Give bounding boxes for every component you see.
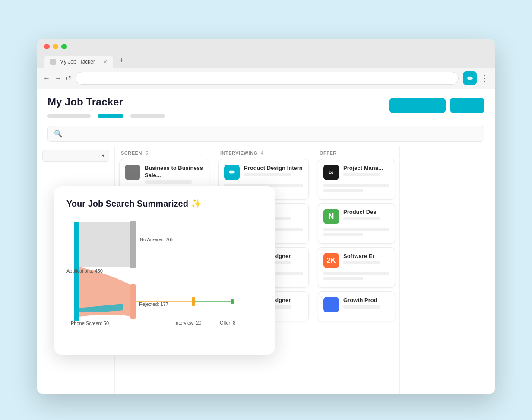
svg-rect-2 [130, 221, 136, 268]
browser-window: My Job Tracker × + ← → ↺ ✏ ⋮ My Job Trac… [37, 39, 495, 394]
browser-tab-bar: My Job Tracker × + [44, 54, 488, 68]
card-skeleton [323, 184, 390, 187]
svg-text:No Answer: 265: No Answer: 265 [140, 237, 174, 242]
job-title: Software Er [343, 253, 390, 260]
job-card[interactable]: N Product Des [318, 203, 395, 244]
active-browser-tab[interactable]: My Job Tracker × [44, 56, 113, 68]
job-title: Business to Business Sale... [145, 165, 204, 179]
job-title: Product Design Intern [244, 165, 303, 172]
card-skeleton [323, 277, 363, 280]
svg-rect-4 [192, 297, 195, 306]
sankey-title: Your Job Search Summarized ✨ [66, 198, 263, 209]
card-skeleton [323, 272, 390, 275]
tab-2-active[interactable] [98, 114, 124, 118]
app-header: My Job Tracker [37, 89, 495, 121]
company-logo [125, 165, 140, 180]
sankey-chart: Applications: 450 No Answer: 265 Rejecte… [66, 217, 263, 334]
tab-3[interactable] [130, 114, 165, 118]
secondary-action-button[interactable] [450, 98, 484, 113]
card-skeleton [343, 305, 380, 309]
svg-rect-5 [231, 299, 234, 304]
svg-text:Offer: 8: Offer: 8 [220, 320, 235, 325]
sankey-overlay-card: Your Job Search Summarized ✨ [54, 186, 275, 355]
tab-1[interactable] [48, 114, 91, 118]
minimize-traffic-light[interactable] [53, 44, 58, 49]
svg-text:Applications: 450: Applications: 450 [66, 268, 103, 274]
job-card[interactable]: Growth Prod [318, 291, 395, 321]
header-buttons [390, 98, 484, 113]
svg-rect-3 [130, 284, 136, 319]
browser-traffic-lights [44, 44, 488, 49]
job-title: Product Des [343, 209, 390, 216]
search-bar[interactable]: 🔍 [48, 126, 484, 142]
card-skeleton [323, 189, 363, 192]
company-logo [323, 297, 339, 312]
card-skeleton [343, 217, 380, 220]
col-header-screen: SCREEN 5 [115, 146, 214, 159]
back-button[interactable]: ← [43, 74, 50, 82]
tab-favicon [50, 59, 56, 65]
svg-text:Phone Screen: 50: Phone Screen: 50 [71, 321, 109, 326]
card-skeleton [145, 180, 192, 184]
refresh-button[interactable]: ↺ [66, 74, 71, 83]
close-traffic-light[interactable] [44, 44, 50, 49]
company-logo: ∞ [323, 165, 339, 180]
extension-icon[interactable]: ✏ [463, 71, 477, 85]
card-skeleton [323, 233, 363, 236]
company-logo: N [323, 209, 339, 224]
close-tab-icon[interactable]: × [104, 58, 107, 65]
chevron-down-icon: ▾ [102, 153, 104, 159]
col-header-offer: OFFER [314, 146, 399, 159]
job-card[interactable]: 2K Software Er [318, 247, 395, 288]
svg-text:Interview: 20: Interview: 20 [174, 320, 201, 325]
browser-menu-icon[interactable]: ⋮ [481, 73, 489, 83]
company-logo: 2K [323, 253, 339, 268]
sankey-svg: Applications: 450 No Answer: 265 Rejecte… [66, 217, 265, 330]
job-card[interactable]: ∞ Project Mana... [318, 159, 395, 200]
kanban-col-offer: OFFER ∞ Project Mana... [314, 146, 400, 394]
col-header-interviewing: INTERVIEWING 4 [214, 146, 313, 159]
filter-dropdown[interactable]: ▾ [42, 150, 109, 162]
primary-action-button[interactable] [390, 98, 446, 113]
address-bar[interactable] [76, 72, 459, 85]
tab-title: My Job Tracker [60, 59, 100, 65]
card-skeleton [343, 173, 380, 176]
offer-cards: ∞ Project Mana... [314, 159, 399, 394]
company-logo: ✏ [224, 165, 240, 180]
card-skeleton [244, 173, 291, 176]
new-tab-button[interactable]: + [115, 54, 128, 68]
forward-button[interactable]: → [54, 74, 61, 82]
app-tab-bar [48, 114, 484, 121]
sparkle-icon: ✨ [191, 199, 202, 208]
job-title: Project Mana... [343, 165, 390, 172]
card-skeleton [323, 228, 390, 231]
maximize-traffic-light[interactable] [61, 44, 67, 49]
svg-text:Rejected: 177: Rejected: 177 [139, 302, 168, 307]
browser-toolbar: ← → ↺ ✏ ⋮ [37, 68, 495, 89]
search-icon: 🔍 [54, 130, 63, 138]
browser-chrome: My Job Tracker × + [37, 39, 495, 68]
card-skeleton [343, 261, 380, 264]
job-title: Growth Prod [343, 297, 390, 304]
